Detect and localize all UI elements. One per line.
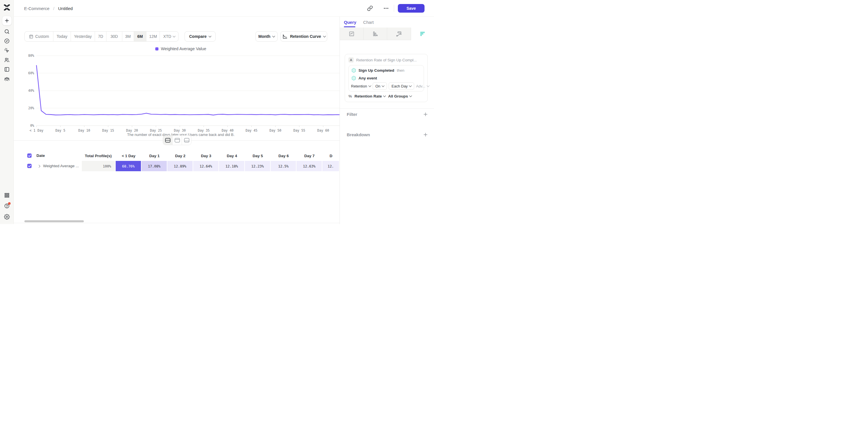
layout-chart-only-button[interactable] — [173, 136, 182, 145]
column-header-0: Total Profile(s) — [82, 150, 116, 161]
compare-dropdown[interactable]: Compare — [185, 31, 216, 42]
report-title[interactable]: Untitled — [58, 6, 73, 11]
compare-label: Compare — [189, 34, 207, 39]
create-new-button[interactable] — [2, 16, 12, 26]
range-button-xtd[interactable]: XTD — [160, 32, 178, 41]
panel-divider — [340, 108, 434, 109]
add-filter-button[interactable] — [423, 112, 428, 116]
each-day-dropdown[interactable]: Each Day — [389, 82, 414, 90]
retention-cell-1[interactable]: 68.76% — [116, 161, 142, 171]
search-icon[interactable] — [4, 29, 10, 34]
chevron-down-icon — [323, 34, 326, 37]
settings-gear-icon[interactable] — [4, 214, 10, 220]
range-button-3m[interactable]: 3M — [122, 32, 134, 41]
retention-line-chart[interactable]: 0%20%40%60%80%< 1 DayDay 5Day 10Day 15Da… — [24, 53, 340, 135]
app-logo[interactable] — [3, 4, 11, 11]
range-button-12m[interactable]: 12M — [146, 32, 160, 41]
query-name[interactable]: Retention Rate of Sign Up Compl... — [356, 58, 417, 62]
layout-table-only-button[interactable] — [182, 136, 191, 145]
header-divider — [394, 5, 394, 12]
retention-cell-2[interactable]: 17.08% — [142, 161, 167, 171]
metric-row: % Retention Rate All Groups — [348, 94, 412, 98]
table-row: Weighted Average ... 100%68.76%17.08%12.… — [14, 161, 340, 171]
metric-dropdown[interactable]: Retention Rate — [354, 94, 385, 98]
event-name: Sign Up Completed — [359, 68, 394, 73]
metric-prefix: % — [348, 94, 352, 98]
svg-text:Day 25: Day 25 — [150, 129, 162, 133]
more-options-icon[interactable] — [383, 5, 390, 12]
retention-cell-5[interactable]: 12.18% — [219, 161, 245, 171]
day-column-headers: Total Profile(s)< 1 DayDay 1Day 2Day 3Da… — [82, 150, 340, 161]
event-hexagon-icon — [352, 76, 356, 80]
copy-link-icon[interactable] — [367, 5, 373, 12]
users-icon[interactable] — [4, 57, 10, 63]
row-checkbox[interactable] — [27, 164, 32, 168]
cohorts-icon[interactable] — [4, 76, 10, 82]
svg-text:Day 5: Day 5 — [55, 129, 65, 133]
boards-icon[interactable] — [4, 67, 10, 72]
filter-section: Filter — [347, 112, 428, 117]
advanced-dropdown[interactable]: Adv... — [416, 84, 429, 88]
retention-cell-0[interactable]: 100% — [82, 161, 116, 171]
first-event-step[interactable]: Sign Up Completed then — [352, 68, 404, 73]
range-button-today[interactable]: Today — [53, 32, 71, 41]
retention-report-tab[interactable] — [411, 28, 434, 40]
retention-cell-9[interactable]: 12. — [322, 161, 340, 171]
range-button-yesterday[interactable]: Yesterday — [71, 32, 95, 41]
retention-cell-8[interactable]: 12.63% — [297, 161, 322, 171]
report-type-tabs — [340, 28, 434, 40]
svg-text:Day 10: Day 10 — [79, 129, 90, 133]
breadcrumb-separator: / — [53, 6, 54, 11]
retention-cell-4[interactable]: 12.64% — [193, 161, 219, 171]
tab-query[interactable]: Query — [344, 20, 356, 25]
query-panel: Query Chart A Retention Rate of Sign Up … — [340, 16, 434, 224]
flows-report-tab[interactable] — [387, 28, 411, 40]
tab-chart[interactable]: Chart — [363, 20, 374, 25]
range-button-6m[interactable]: 6M — [134, 32, 147, 41]
range-button-custom[interactable]: Custom — [25, 32, 53, 41]
row-expand-chevron[interactable] — [38, 165, 40, 168]
column-header-2: Day 1 — [142, 150, 167, 161]
svg-text:Day 30: Day 30 — [174, 129, 186, 133]
on-dropdown[interactable]: On — [373, 82, 387, 90]
table-header-row: Date Total Profile(s)< 1 DayDay 1Day 2Da… — [14, 150, 340, 161]
insights-report-tab[interactable] — [340, 28, 364, 40]
event-hexagon-icon — [352, 68, 356, 73]
column-header-6: Day 5 — [245, 150, 271, 161]
row-label: Weighted Average ... — [43, 164, 79, 168]
range-button-30d[interactable]: 30D — [106, 32, 122, 41]
retention-controls-row: Retention On Each Day Adv... — [351, 82, 429, 90]
discover-compass-icon[interactable] — [4, 38, 10, 44]
retention-type-dropdown[interactable]: Retention — [351, 84, 371, 88]
horizontal-scrollbar-thumb[interactable] — [24, 220, 84, 222]
svg-text:Day 55: Day 55 — [293, 129, 305, 133]
return-event-step[interactable]: Any event — [352, 76, 377, 80]
event-steps-card: Sign Up Completed then Any event Retenti… — [348, 65, 424, 92]
column-header-9: D — [322, 150, 340, 161]
breakdown-section: Breakdown — [347, 132, 428, 137]
retention-cell-7[interactable]: 12.5% — [271, 161, 297, 171]
add-breakdown-button[interactable] — [423, 133, 428, 137]
chart-type-dropdown[interactable]: Retention Curve — [280, 31, 327, 42]
retention-query-card: A Retention Rate of Sign Up Compl... Sig… — [345, 54, 428, 102]
breadcrumb-project[interactable]: E-Commerce — [24, 6, 50, 11]
select-all-checkbox[interactable] — [27, 153, 32, 158]
help-icon[interactable] — [4, 203, 10, 209]
report-canvas: CustomTodayYesterday7D30D3M6M12MXTD Comp… — [14, 16, 340, 224]
funnels-report-tab[interactable] — [364, 28, 388, 40]
apps-grid-icon[interactable] — [4, 193, 10, 198]
column-header-5: Day 4 — [219, 150, 245, 161]
range-button-7d[interactable]: 7D — [95, 32, 106, 41]
filter-label: Filter — [347, 112, 358, 117]
retention-value-cells: 100%68.76%17.08%12.89%12.64%12.18%12.23%… — [82, 161, 340, 171]
legend-swatch — [155, 47, 158, 50]
groups-dropdown[interactable]: All Groups — [388, 94, 412, 98]
breakdown-label: Breakdown — [347, 132, 370, 137]
retention-cell-6[interactable]: 12.23% — [245, 161, 271, 171]
retention-cell-3[interactable]: 12.89% — [167, 161, 193, 171]
events-cursor-icon[interactable] — [4, 47, 10, 53]
save-button[interactable]: Save — [398, 4, 425, 12]
granularity-dropdown[interactable]: Month — [255, 31, 278, 42]
horizontal-scrollbar-track — [14, 223, 340, 223]
layout-split-view-button[interactable] — [163, 136, 173, 145]
